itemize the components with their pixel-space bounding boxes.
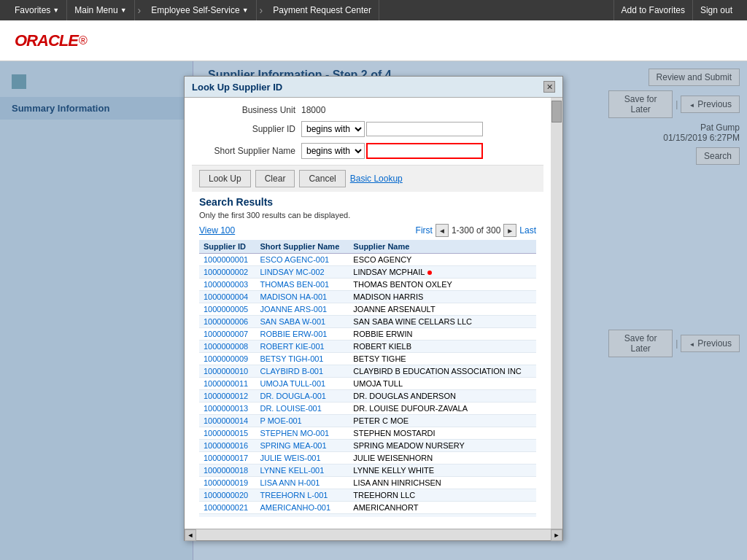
table-row[interactable]: 1000000001ESCO AGENC-001ESCO AGENCY bbox=[199, 254, 536, 266]
col-short-name: Short Supplier Name bbox=[255, 240, 349, 254]
cell-short-name[interactable]: THOMAS BEN-001 bbox=[255, 279, 349, 291]
modal-body: Business Unit 18000 Supplier ID begins w… bbox=[185, 98, 551, 529]
modal-scrollbar-thumb[interactable] bbox=[551, 101, 562, 122]
prev-page-button[interactable]: ◄ bbox=[436, 224, 449, 237]
cell-supplier-id[interactable]: 1000000008 bbox=[199, 341, 255, 353]
cell-short-name[interactable]: LIANE MARI-001 bbox=[255, 514, 349, 518]
cell-supplier-name: CLAYBIRD B EDUCATION ASSOCIATION INC bbox=[349, 365, 536, 378]
cell-short-name[interactable]: BETSY TIGH-001 bbox=[255, 353, 349, 365]
view-100-link[interactable]: View 100 bbox=[199, 225, 235, 236]
table-row[interactable]: 1000000011UMOJA TULL-001UMOJA TULL bbox=[199, 378, 536, 390]
first-label[interactable]: First bbox=[416, 225, 433, 236]
cell-short-name[interactable]: JOANNE ARS-001 bbox=[255, 303, 349, 316]
results-nav-right: First ◄ 1-300 of 300 ► Last bbox=[416, 224, 536, 237]
scroll-left-button[interactable]: ◄ bbox=[185, 529, 196, 541]
nav-sign-out[interactable]: Sign out bbox=[692, 0, 740, 20]
cell-short-name[interactable]: SAN SABA W-001 bbox=[255, 316, 349, 328]
modal-close-button[interactable]: ✕ bbox=[543, 81, 555, 93]
cell-supplier-id[interactable]: 1000000011 bbox=[199, 378, 255, 390]
cell-short-name[interactable]: DR. DOUGLA-001 bbox=[255, 390, 349, 402]
table-row[interactable]: 1000000021AMERICANHO-001AMERICANHORT bbox=[199, 502, 536, 514]
cell-supplier-id[interactable]: 1000000012 bbox=[199, 390, 255, 402]
cell-supplier-id[interactable]: 1000000003 bbox=[199, 279, 255, 291]
cell-supplier-name: MADISON HARRIS bbox=[349, 291, 536, 303]
table-row[interactable]: 1000000010CLAYBIRD B-001CLAYBIRD B EDUCA… bbox=[199, 365, 536, 378]
cell-supplier-id[interactable]: 1000000020 bbox=[199, 489, 255, 502]
modal-supplier-id-input[interactable] bbox=[366, 122, 483, 136]
table-row[interactable]: 1000000003THOMAS BEN-001THOMAS BENTON OX… bbox=[199, 279, 536, 291]
table-row[interactable]: 1000000019LISA ANN H-001LISA ANN HINRICH… bbox=[199, 477, 536, 489]
basic-lookup-button[interactable]: Basic Lookup bbox=[350, 170, 403, 187]
cancel-button[interactable]: Cancel bbox=[299, 170, 345, 187]
table-row[interactable]: 1000000008ROBERT KIE-001ROBERT KIELB bbox=[199, 341, 536, 353]
table-row[interactable]: 1000000012DR. DOUGLA-001DR. DOUGLAS ANDE… bbox=[199, 390, 536, 402]
employee-self-service-label: Employee Self-Service bbox=[151, 5, 239, 15]
modal-vertical-scrollbar[interactable] bbox=[551, 98, 562, 529]
cell-short-name[interactable]: LISA ANN H-001 bbox=[255, 477, 349, 489]
cell-short-name[interactable]: JULIE WEIS-001 bbox=[255, 452, 349, 464]
table-row[interactable]: 1000000002LINDSAY MC-002LINDSAY MCPHAIL bbox=[199, 266, 536, 279]
nav-payment-request-center[interactable]: Payment Request Center bbox=[266, 0, 379, 20]
cell-supplier-id[interactable]: 1000000016 bbox=[199, 440, 255, 452]
cell-supplier-id[interactable]: 1000000018 bbox=[199, 464, 255, 477]
table-row[interactable]: 1000000014P MOE-001PETER C MOE bbox=[199, 415, 536, 427]
cell-supplier-id[interactable]: 1000000015 bbox=[199, 427, 255, 440]
table-row[interactable]: 1000000005JOANNE ARS-001JOANNE ARSENAULT bbox=[199, 303, 536, 316]
cell-supplier-id[interactable]: 1000000007 bbox=[199, 328, 255, 341]
cell-supplier-id[interactable]: 1000000004 bbox=[199, 291, 255, 303]
cell-supplier-id[interactable]: 1000000022 bbox=[199, 514, 255, 518]
cell-supplier-id[interactable]: 1000000017 bbox=[199, 452, 255, 464]
table-row[interactable]: 1000000009BETSY TIGH-001BETSY TIGHE bbox=[199, 353, 536, 365]
cell-supplier-id[interactable]: 1000000010 bbox=[199, 365, 255, 378]
modal-short-name-operator[interactable]: begins with contains = not = bbox=[301, 143, 365, 159]
modal-short-name-input[interactable] bbox=[366, 143, 483, 159]
nav-add-to-favorites[interactable]: Add to Favorites bbox=[614, 0, 692, 20]
cell-short-name[interactable]: MADISON HA-001 bbox=[255, 291, 349, 303]
cell-supplier-id[interactable]: 1000000006 bbox=[199, 316, 255, 328]
cell-short-name[interactable]: P MOE-001 bbox=[255, 415, 349, 427]
table-row[interactable]: 1000000020TREEHORN L-001TREEHORN LLC bbox=[199, 489, 536, 502]
cell-short-name[interactable]: AMERICANHO-001 bbox=[255, 502, 349, 514]
clear-button[interactable]: Clear bbox=[255, 170, 295, 187]
table-row[interactable]: 1000000018LYNNE KELL-001LYNNE KELLY WHIT… bbox=[199, 464, 536, 477]
cell-short-name[interactable]: SPRING MEA-001 bbox=[255, 440, 349, 452]
modal-short-name-label: Short Supplier Name bbox=[192, 146, 301, 156]
cell-short-name[interactable]: ROBERT KIE-001 bbox=[255, 341, 349, 353]
cell-short-name[interactable]: LYNNE KELL-001 bbox=[255, 464, 349, 477]
cell-short-name[interactable]: ESCO AGENC-001 bbox=[255, 254, 349, 266]
table-row[interactable]: 1000000007ROBBIE ERW-001ROBBIE ERWIN bbox=[199, 328, 536, 341]
cell-supplier-id[interactable]: 1000000009 bbox=[199, 353, 255, 365]
cell-short-name[interactable]: UMOJA TULL-001 bbox=[255, 378, 349, 390]
cell-supplier-id[interactable]: 1000000021 bbox=[199, 502, 255, 514]
results-nav-left: View 100 bbox=[199, 225, 235, 236]
last-label[interactable]: Last bbox=[519, 225, 536, 236]
cell-supplier-id[interactable]: 1000000005 bbox=[199, 303, 255, 316]
cell-short-name[interactable]: TREEHORN L-001 bbox=[255, 489, 349, 502]
scroll-right-button[interactable]: ► bbox=[551, 529, 562, 541]
modal-horizontal-scrollbar[interactable]: ◄ ► bbox=[185, 529, 562, 540]
cell-short-name[interactable]: CLAYBIRD B-001 bbox=[255, 365, 349, 378]
nav-favorites[interactable]: Favorites ▼ bbox=[7, 0, 67, 20]
cell-supplier-id[interactable]: 1000000001 bbox=[199, 254, 255, 266]
cell-short-name[interactable]: LINDSAY MC-002 bbox=[255, 266, 349, 279]
cell-short-name[interactable]: ROBBIE ERW-001 bbox=[255, 328, 349, 341]
table-row[interactable]: 1000000004MADISON HA-001MADISON HARRIS bbox=[199, 291, 536, 303]
nav-employee-self-service[interactable]: Employee Self-Service ▼ bbox=[144, 0, 256, 20]
table-row[interactable]: 1000000016SPRING MEA-001SPRING MEADOW NU… bbox=[199, 440, 536, 452]
cell-supplier-id[interactable]: 1000000013 bbox=[199, 402, 255, 415]
table-row[interactable]: 1000000015STEPHEN MO-001STEPHEN MOSTARDI bbox=[199, 427, 536, 440]
table-row[interactable]: 1000000017JULIE WEIS-001JULIE WEISENHORN bbox=[199, 452, 536, 464]
cell-supplier-id[interactable]: 1000000002 bbox=[199, 266, 255, 279]
results-table-scroll[interactable]: Supplier ID Short Supplier Name Supplier… bbox=[199, 240, 536, 517]
table-row[interactable]: 1000000013DR. LOUISE-001DR. LOUISE DUFOU… bbox=[199, 402, 536, 415]
cell-supplier-id[interactable]: 1000000014 bbox=[199, 415, 255, 427]
cell-short-name[interactable]: STEPHEN MO-001 bbox=[255, 427, 349, 440]
nav-main-menu[interactable]: Main Menu ▼ bbox=[67, 0, 134, 20]
cell-supplier-id[interactable]: 1000000019 bbox=[199, 477, 255, 489]
modal-supplier-id-operator[interactable]: begins with contains = not = bbox=[301, 121, 365, 137]
table-row[interactable]: 1000000006SAN SABA W-001SAN SABA WINE CE… bbox=[199, 316, 536, 328]
lookup-button[interactable]: Look Up bbox=[199, 170, 251, 187]
table-row[interactable]: 1000000022LIANE MARI-001LIANE MARIE FAIN bbox=[199, 514, 536, 518]
next-page-button[interactable]: ► bbox=[503, 224, 516, 237]
cell-short-name[interactable]: DR. LOUISE-001 bbox=[255, 402, 349, 415]
